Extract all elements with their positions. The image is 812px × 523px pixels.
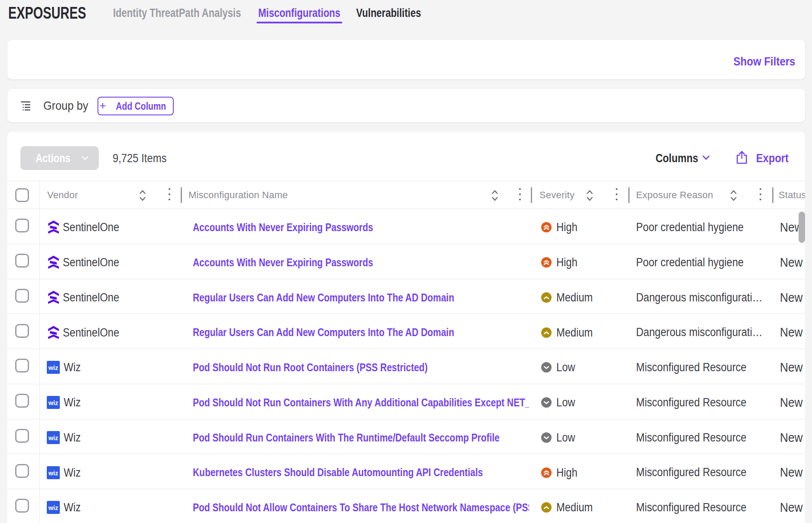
svg-text:wiz: wiz (48, 399, 58, 406)
svg-text:wiz: wiz (48, 504, 58, 511)
svg-text:wiz: wiz (48, 434, 58, 441)
svg-text:wiz: wiz (48, 364, 58, 371)
svg-text:wiz: wiz (48, 469, 58, 476)
